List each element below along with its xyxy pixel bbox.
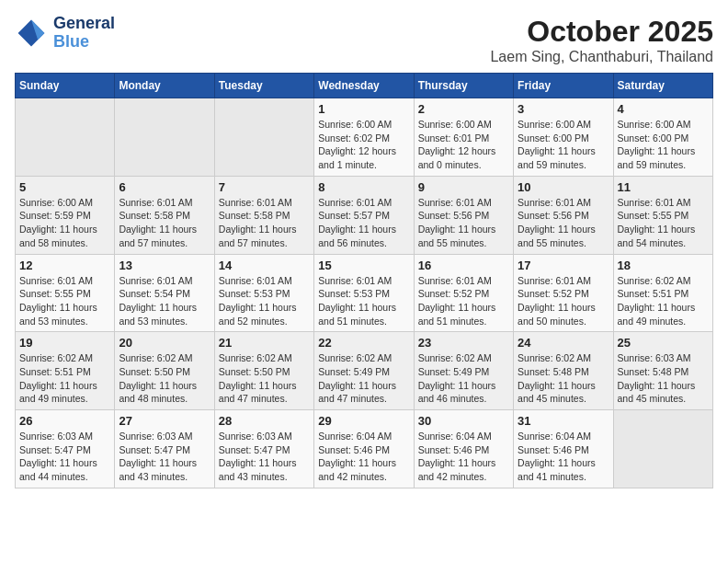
calendar-cell: 6Sunrise: 6:01 AM Sunset: 5:58 PM Daylig… <box>115 176 214 254</box>
day-info: Sunrise: 6:02 AM Sunset: 5:49 PM Dayligh… <box>418 351 509 406</box>
calendar-cell <box>214 98 313 177</box>
day-number: 24 <box>518 336 609 350</box>
day-info: Sunrise: 6:02 AM Sunset: 5:50 PM Dayligh… <box>219 351 310 406</box>
calendar-body: 1Sunrise: 6:00 AM Sunset: 6:02 PM Daylig… <box>16 98 713 488</box>
calendar-cell: 12Sunrise: 6:01 AM Sunset: 5:55 PM Dayli… <box>16 254 115 332</box>
calendar-week-row: 19Sunrise: 6:02 AM Sunset: 5:51 PM Dayli… <box>16 332 713 410</box>
day-number: 3 <box>518 102 609 116</box>
weekday-row: SundayMondayTuesdayWednesdayThursdayFrid… <box>16 74 713 98</box>
day-number: 29 <box>318 414 409 428</box>
calendar-cell: 7Sunrise: 6:01 AM Sunset: 5:58 PM Daylig… <box>214 176 313 254</box>
logo-text: General Blue <box>53 15 115 52</box>
calendar-cell: 25Sunrise: 6:03 AM Sunset: 5:48 PM Dayli… <box>613 332 712 410</box>
day-info: Sunrise: 6:01 AM Sunset: 5:55 PM Dayligh… <box>618 196 709 250</box>
day-number: 21 <box>219 336 310 350</box>
calendar-cell <box>613 410 712 488</box>
day-number: 20 <box>119 336 210 350</box>
day-info: Sunrise: 6:03 AM Sunset: 5:47 PM Dayligh… <box>219 430 310 484</box>
day-info: Sunrise: 6:02 AM Sunset: 5:51 PM Dayligh… <box>19 351 110 406</box>
day-number: 11 <box>618 180 709 194</box>
weekday-header: Monday <box>115 74 214 98</box>
day-info: Sunrise: 6:01 AM Sunset: 5:54 PM Dayligh… <box>119 274 210 328</box>
calendar-cell: 2Sunrise: 6:00 AM Sunset: 6:01 PM Daylig… <box>414 98 513 177</box>
day-number: 25 <box>618 336 709 350</box>
calendar-cell: 10Sunrise: 6:01 AM Sunset: 5:56 PM Dayli… <box>514 176 613 254</box>
day-number: 19 <box>19 336 110 350</box>
weekday-header: Wednesday <box>314 74 414 98</box>
calendar-header: SundayMondayTuesdayWednesdayThursdayFrid… <box>16 74 713 98</box>
month-title: October 2025 <box>490 15 713 49</box>
logo-line1: General <box>53 15 115 33</box>
day-info: Sunrise: 6:02 AM Sunset: 5:49 PM Dayligh… <box>318 351 409 406</box>
calendar-cell: 15Sunrise: 6:01 AM Sunset: 5:53 PM Dayli… <box>314 254 414 332</box>
day-info: Sunrise: 6:03 AM Sunset: 5:48 PM Dayligh… <box>618 351 709 406</box>
logo: General Blue <box>15 15 115 52</box>
weekday-header: Friday <box>514 74 613 98</box>
day-number: 6 <box>119 180 210 194</box>
day-info: Sunrise: 6:01 AM Sunset: 5:58 PM Dayligh… <box>119 196 210 250</box>
weekday-header: Tuesday <box>214 74 313 98</box>
calendar-cell: 27Sunrise: 6:03 AM Sunset: 5:47 PM Dayli… <box>115 410 214 488</box>
day-number: 7 <box>219 180 310 194</box>
calendar-cell: 18Sunrise: 6:02 AM Sunset: 5:51 PM Dayli… <box>613 254 712 332</box>
calendar-cell: 1Sunrise: 6:00 AM Sunset: 6:02 PM Daylig… <box>314 98 414 177</box>
day-info: Sunrise: 6:01 AM Sunset: 5:58 PM Dayligh… <box>219 196 310 250</box>
calendar-cell: 8Sunrise: 6:01 AM Sunset: 5:57 PM Daylig… <box>314 176 414 254</box>
day-number: 16 <box>418 259 509 272</box>
calendar-cell: 17Sunrise: 6:01 AM Sunset: 5:52 PM Dayli… <box>514 254 613 332</box>
weekday-header: Saturday <box>613 74 712 98</box>
day-number: 12 <box>19 259 110 272</box>
day-info: Sunrise: 6:00 AM Sunset: 5:59 PM Dayligh… <box>19 196 110 250</box>
calendar-week-row: 12Sunrise: 6:01 AM Sunset: 5:55 PM Dayli… <box>16 254 713 332</box>
calendar-cell: 11Sunrise: 6:01 AM Sunset: 5:55 PM Dayli… <box>613 176 712 254</box>
day-number: 23 <box>418 336 509 350</box>
day-info: Sunrise: 6:00 AM Sunset: 6:02 PM Dayligh… <box>318 118 409 172</box>
day-number: 13 <box>119 259 210 272</box>
day-info: Sunrise: 6:01 AM Sunset: 5:52 PM Dayligh… <box>418 274 509 328</box>
calendar-week-row: 1Sunrise: 6:00 AM Sunset: 6:02 PM Daylig… <box>16 98 713 177</box>
weekday-header: Sunday <box>16 74 115 98</box>
page-header: General Blue October 2025 Laem Sing, Cha… <box>15 15 713 65</box>
day-number: 15 <box>318 259 409 272</box>
day-info: Sunrise: 6:02 AM Sunset: 5:50 PM Dayligh… <box>119 351 210 406</box>
day-info: Sunrise: 6:03 AM Sunset: 5:47 PM Dayligh… <box>119 430 210 484</box>
day-number: 9 <box>418 180 509 194</box>
calendar-cell: 5Sunrise: 6:00 AM Sunset: 5:59 PM Daylig… <box>16 176 115 254</box>
calendar-cell: 3Sunrise: 6:00 AM Sunset: 6:00 PM Daylig… <box>514 98 613 177</box>
calendar-cell <box>16 98 115 177</box>
calendar-cell: 28Sunrise: 6:03 AM Sunset: 5:47 PM Dayli… <box>214 410 313 488</box>
calendar-cell: 26Sunrise: 6:03 AM Sunset: 5:47 PM Dayli… <box>16 410 115 488</box>
calendar-cell: 30Sunrise: 6:04 AM Sunset: 5:46 PM Dayli… <box>414 410 513 488</box>
day-info: Sunrise: 6:04 AM Sunset: 5:46 PM Dayligh… <box>318 430 409 484</box>
calendar-week-row: 5Sunrise: 6:00 AM Sunset: 5:59 PM Daylig… <box>16 176 713 254</box>
day-info: Sunrise: 6:01 AM Sunset: 5:56 PM Dayligh… <box>418 196 509 250</box>
calendar-cell: 20Sunrise: 6:02 AM Sunset: 5:50 PM Dayli… <box>115 332 214 410</box>
day-number: 26 <box>19 414 110 428</box>
day-info: Sunrise: 6:01 AM Sunset: 5:53 PM Dayligh… <box>219 274 310 328</box>
day-number: 4 <box>618 102 709 116</box>
day-info: Sunrise: 6:00 AM Sunset: 6:00 PM Dayligh… <box>618 118 709 172</box>
day-info: Sunrise: 6:01 AM Sunset: 5:57 PM Dayligh… <box>318 196 409 250</box>
calendar-cell: 4Sunrise: 6:00 AM Sunset: 6:00 PM Daylig… <box>613 98 712 177</box>
calendar-cell <box>115 98 214 177</box>
day-info: Sunrise: 6:01 AM Sunset: 5:52 PM Dayligh… <box>518 274 609 328</box>
day-info: Sunrise: 6:02 AM Sunset: 5:48 PM Dayligh… <box>518 351 609 406</box>
day-number: 14 <box>219 259 310 272</box>
day-number: 22 <box>318 336 409 350</box>
day-number: 10 <box>518 180 609 194</box>
calendar: SundayMondayTuesdayWednesdayThursdayFrid… <box>15 73 713 488</box>
day-info: Sunrise: 6:00 AM Sunset: 6:01 PM Dayligh… <box>418 118 509 172</box>
day-number: 18 <box>618 259 709 272</box>
day-number: 2 <box>418 102 509 116</box>
calendar-cell: 14Sunrise: 6:01 AM Sunset: 5:53 PM Dayli… <box>214 254 313 332</box>
day-info: Sunrise: 6:04 AM Sunset: 5:46 PM Dayligh… <box>418 430 509 484</box>
day-info: Sunrise: 6:02 AM Sunset: 5:51 PM Dayligh… <box>618 274 709 328</box>
day-number: 31 <box>518 414 609 428</box>
day-number: 30 <box>418 414 509 428</box>
calendar-cell: 9Sunrise: 6:01 AM Sunset: 5:56 PM Daylig… <box>414 176 513 254</box>
day-number: 5 <box>19 180 110 194</box>
weekday-header: Thursday <box>414 74 513 98</box>
location: Laem Sing, Chanthaburi, Thailand <box>490 49 713 65</box>
day-number: 28 <box>219 414 310 428</box>
logo-line2: Blue <box>53 33 115 52</box>
